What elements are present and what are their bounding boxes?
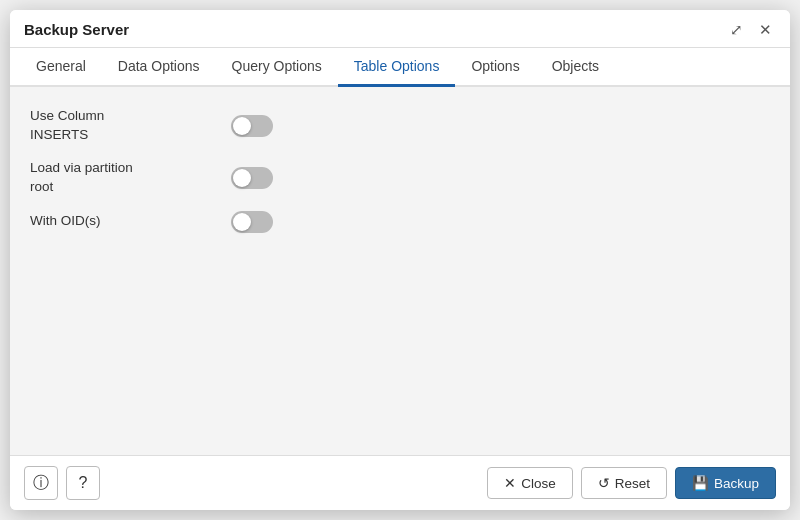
backup-icon: 💾: [692, 475, 709, 491]
use-column-inserts-label: Use ColumnINSERTS: [30, 107, 215, 145]
with-oids-label: With OID(s): [30, 212, 215, 231]
footer: ⓘ ? ✕ Close ↺ Reset 💾 Backup: [10, 455, 790, 510]
backup-button[interactable]: 💾 Backup: [675, 467, 776, 499]
expand-icon: ⤢: [730, 21, 743, 38]
backup-button-label: Backup: [714, 476, 759, 491]
footer-right: ✕ Close ↺ Reset 💾 Backup: [487, 467, 776, 499]
info-button[interactable]: ⓘ: [24, 466, 58, 500]
title-bar-icons: ⤢ ✕: [726, 20, 776, 39]
help-button[interactable]: ?: [66, 466, 100, 500]
help-icon: ?: [79, 474, 88, 492]
tabs-bar: General Data Options Query Options Table…: [10, 48, 790, 87]
with-oids-slider: [231, 211, 273, 233]
footer-left: ⓘ ?: [24, 466, 100, 500]
content-area: Use ColumnINSERTS Load via partitionroot…: [10, 87, 790, 455]
close-icon: ✕: [759, 21, 772, 38]
with-oids-toggle[interactable]: [231, 211, 273, 233]
load-via-partition-root-label: Load via partitionroot: [30, 159, 215, 197]
close-button[interactable]: ✕ Close: [487, 467, 573, 499]
dialog: Backup Server ⤢ ✕ General Data Options Q…: [10, 10, 790, 510]
use-column-inserts-toggle[interactable]: [231, 115, 273, 137]
reset-icon: ↺: [598, 475, 610, 491]
close-x-icon: ✕: [504, 475, 516, 491]
tab-objects[interactable]: Objects: [536, 48, 615, 87]
tab-options[interactable]: Options: [455, 48, 535, 87]
option-row-use-column-inserts: Use ColumnINSERTS: [30, 107, 770, 145]
tab-table-options[interactable]: Table Options: [338, 48, 456, 87]
info-icon: ⓘ: [33, 473, 49, 494]
tab-data-options[interactable]: Data Options: [102, 48, 216, 87]
close-button-label: Close: [521, 476, 556, 491]
option-row-load-via-partition-root: Load via partitionroot: [30, 159, 770, 197]
use-column-inserts-slider: [231, 115, 273, 137]
title-bar: Backup Server ⤢ ✕: [10, 10, 790, 48]
option-row-with-oids: With OID(s): [30, 211, 770, 233]
expand-button[interactable]: ⤢: [726, 20, 747, 39]
dialog-title: Backup Server: [24, 21, 129, 38]
tab-query-options[interactable]: Query Options: [216, 48, 338, 87]
reset-button[interactable]: ↺ Reset: [581, 467, 667, 499]
tab-general[interactable]: General: [20, 48, 102, 87]
close-dialog-button[interactable]: ✕: [755, 20, 776, 39]
load-via-partition-root-toggle[interactable]: [231, 167, 273, 189]
load-via-partition-root-slider: [231, 167, 273, 189]
reset-button-label: Reset: [615, 476, 650, 491]
